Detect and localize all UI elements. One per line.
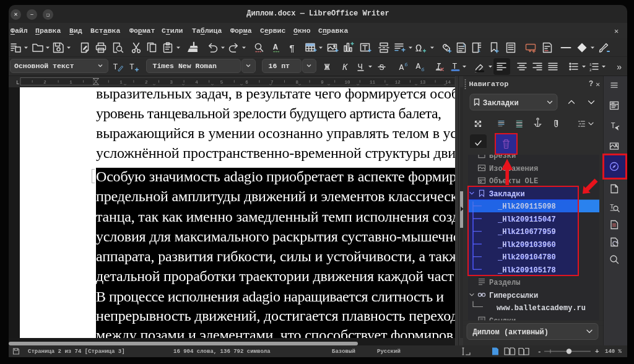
svg-text:11: 11 bbox=[370, 80, 376, 85]
svg-text:1: 1 bbox=[462, 43, 465, 48]
svg-text:-: - bbox=[537, 348, 542, 355]
svg-text:6: 6 bbox=[245, 80, 248, 85]
svg-text:10: 10 bbox=[344, 80, 350, 85]
svg-text:А: А bbox=[416, 62, 421, 71]
svg-text:б: б bbox=[405, 62, 408, 67]
svg-text:✕: ✕ bbox=[596, 80, 600, 89]
svg-text:1: 1 bbox=[589, 63, 592, 67]
svg-text:¶: ¶ bbox=[289, 44, 295, 54]
svg-text:?: ? bbox=[589, 80, 593, 89]
svg-text:»: » bbox=[617, 63, 622, 72]
svg-text:б: б bbox=[422, 67, 425, 72]
svg-text:Разделы: Разделы bbox=[489, 279, 520, 287]
svg-text:S: S bbox=[380, 63, 384, 72]
svg-text:Ч: Ч bbox=[358, 63, 363, 72]
svg-text:14: 14 bbox=[445, 80, 451, 85]
svg-text:5: 5 bbox=[220, 80, 224, 85]
svg-text:Т: Т bbox=[129, 63, 134, 72]
svg-text:А: А bbox=[399, 63, 404, 72]
svg-text:4: 4 bbox=[195, 80, 198, 85]
svg-text:+: + bbox=[595, 348, 599, 355]
svg-text:1: 1 bbox=[69, 80, 72, 85]
svg-text:Гиперссылки: Гиперссылки bbox=[489, 292, 538, 300]
svg-text:3: 3 bbox=[170, 80, 173, 85]
svg-text:i: i bbox=[478, 48, 480, 53]
svg-text:L: L bbox=[16, 80, 19, 86]
svg-text:Ж: Ж bbox=[324, 63, 330, 72]
svg-text:2: 2 bbox=[145, 80, 148, 85]
svg-text:7: 7 bbox=[271, 80, 274, 85]
svg-text:Т: Т bbox=[611, 122, 615, 131]
svg-text:2: 2 bbox=[589, 68, 592, 72]
svg-text:13: 13 bbox=[420, 80, 426, 85]
svg-text:2: 2 bbox=[43, 80, 46, 85]
svg-text:Т: Т bbox=[113, 63, 118, 72]
svg-text:9: 9 bbox=[321, 80, 324, 85]
svg-text:8: 8 bbox=[296, 80, 299, 85]
svg-text:Ω: Ω bbox=[415, 43, 422, 54]
svg-text:1: 1 bbox=[119, 80, 123, 85]
svg-text:К: К bbox=[342, 63, 348, 72]
svg-text:A: A bbox=[273, 43, 278, 52]
svg-text:Диплом (активный): Диплом (активный) bbox=[473, 328, 549, 337]
svg-text:www.balletacademy.ru: www.balletacademy.ru bbox=[497, 304, 586, 313]
svg-text:Навигатор: Навигатор bbox=[469, 80, 509, 89]
svg-text:Закладки: Закладки bbox=[483, 99, 519, 108]
svg-text:12: 12 bbox=[395, 80, 401, 85]
